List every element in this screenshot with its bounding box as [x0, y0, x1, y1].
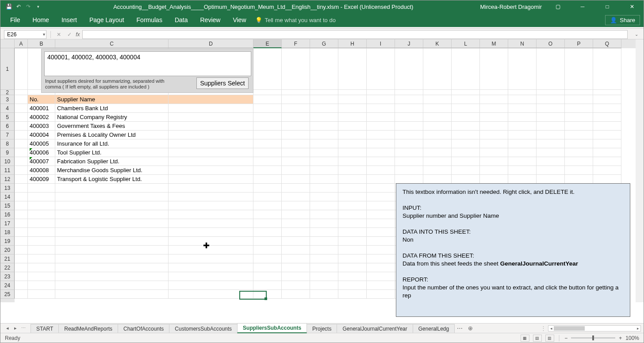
- sheet-tab-customerssubaccounts[interactable]: CustomersSubAccounts: [169, 324, 238, 333]
- zoom-out-icon[interactable]: −: [564, 335, 567, 341]
- row-header-19[interactable]: 19: [0, 237, 15, 246]
- save-icon[interactable]: 💾: [5, 3, 13, 11]
- row-header-24[interactable]: 24: [0, 281, 15, 290]
- page-break-view-icon[interactable]: ▥: [545, 335, 554, 342]
- tab-view[interactable]: View: [226, 13, 252, 27]
- share-icon: 👤: [610, 17, 617, 23]
- sheet-ellipsis[interactable]: ⋯: [454, 325, 465, 331]
- undo-icon[interactable]: ↶: [15, 3, 23, 11]
- column-header-L[interactable]: L: [452, 39, 480, 48]
- row-header-2[interactable]: 2: [0, 90, 15, 95]
- row-header-7[interactable]: 7: [0, 131, 15, 139]
- row-header-10[interactable]: 10: [0, 157, 15, 166]
- sheet-more-icon[interactable]: ⋯: [20, 325, 27, 331]
- column-header-O[interactable]: O: [537, 39, 565, 48]
- row-header-9[interactable]: 9: [0, 148, 15, 157]
- qat-customize-icon[interactable]: ▾: [34, 3, 42, 11]
- tab-file[interactable]: File: [4, 13, 27, 27]
- tab-insert[interactable]: Insert: [55, 13, 83, 27]
- page-layout-view-icon[interactable]: ▤: [533, 335, 542, 342]
- column-header-E[interactable]: E: [253, 39, 282, 48]
- tell-me-search[interactable]: 💡 Tell me what you want to do: [255, 17, 336, 23]
- row-header-18[interactable]: 18: [0, 228, 15, 237]
- info-textbox[interactable]: This textbox information isn't needed. R…: [396, 183, 630, 317]
- row-header-1[interactable]: 1: [0, 48, 15, 90]
- column-header-H[interactable]: H: [338, 39, 367, 48]
- name-box[interactable]: E26 ▾: [4, 30, 46, 39]
- sheet-tab-readmeandreports[interactable]: ReadMeAndReports: [58, 324, 118, 333]
- row-header-22[interactable]: 22: [0, 263, 15, 272]
- column-header-B[interactable]: B: [28, 39, 55, 48]
- column-header-I[interactable]: I: [367, 39, 395, 48]
- column-header-K[interactable]: K: [423, 39, 452, 48]
- column-header-P[interactable]: P: [565, 39, 593, 48]
- row-header-11[interactable]: 11: [0, 166, 15, 175]
- column-header-D[interactable]: D: [169, 39, 253, 48]
- row-header-5[interactable]: 5: [0, 113, 15, 122]
- user-name: Mircea-Robert Dragomir: [480, 4, 542, 10]
- tab-page-layout[interactable]: Page Layout: [83, 13, 130, 27]
- suppliers-input-panel: Input suppliers desired for summarizing,…: [41, 49, 253, 93]
- column-header-N[interactable]: N: [508, 39, 537, 48]
- row-header-13[interactable]: 13: [0, 184, 15, 193]
- suppliers-select-button[interactable]: Suppliers Select: [196, 77, 249, 89]
- tab-review[interactable]: Review: [194, 13, 227, 27]
- formula-input[interactable]: [82, 30, 628, 39]
- redo-icon[interactable]: ↷: [24, 3, 32, 11]
- sheet-nav: ◂ ▸ ⋯: [0, 325, 31, 331]
- minimize-icon[interactable]: ─: [574, 0, 591, 13]
- ribbon-options-icon[interactable]: ▢: [549, 0, 567, 13]
- zoom-level[interactable]: 100%: [625, 335, 639, 341]
- column-header-C[interactable]: C: [55, 39, 169, 48]
- zoom-slider[interactable]: [571, 337, 615, 339]
- chevron-down-icon[interactable]: ▾: [43, 32, 45, 37]
- new-sheet-icon[interactable]: ⊕: [465, 325, 475, 331]
- row-header-20[interactable]: 20: [0, 246, 15, 254]
- column-header-J[interactable]: J: [395, 39, 423, 48]
- row-header-12[interactable]: 12: [0, 175, 15, 184]
- sheet-tab-chartofaccounts[interactable]: ChartOfAccounts: [118, 324, 169, 333]
- column-header-F[interactable]: F: [282, 39, 310, 48]
- window-title: Accounting__Budget_Analysis____Optimum_N…: [46, 4, 480, 10]
- row-header-6[interactable]: 6: [0, 122, 15, 131]
- tab-home[interactable]: Home: [27, 13, 55, 27]
- sheet-tab-generalledg[interactable]: GeneralLedg: [413, 324, 455, 333]
- horizontal-scrollbar[interactable]: ◂ ▸: [548, 325, 641, 331]
- close-icon[interactable]: ✕: [623, 0, 641, 13]
- sheet-tab-generaljournalcurrentyear[interactable]: GeneralJournalCurrentYear: [337, 324, 413, 333]
- row-header-21[interactable]: 21: [0, 254, 15, 263]
- sheet-tab-projects[interactable]: Projects: [307, 324, 337, 333]
- column-headers: ABCDEFGHIJKLMNOPQ: [15, 39, 636, 48]
- fx-icon[interactable]: fx: [76, 31, 80, 38]
- select-all[interactable]: [0, 39, 15, 48]
- row-header-23[interactable]: 23: [0, 272, 15, 281]
- column-header-A[interactable]: A: [15, 39, 28, 48]
- normal-view-icon[interactable]: ▦: [521, 335, 529, 342]
- cell-cursor-icon: ✚: [203, 241, 210, 251]
- tab-formulas[interactable]: Formulas: [130, 13, 169, 27]
- row-header-14[interactable]: 14: [0, 193, 15, 201]
- row-header-4[interactable]: 4: [0, 104, 15, 113]
- row-header-16[interactable]: 16: [0, 210, 15, 219]
- zoom-in-icon[interactable]: +: [619, 335, 622, 341]
- sheet-tab-bar: ◂ ▸ ⋯ STARTReadMeAndReportsChartOfAccoun…: [0, 323, 644, 333]
- expand-formula-icon[interactable]: ⌄: [632, 32, 641, 37]
- sheet-tab-start[interactable]: START: [31, 324, 59, 333]
- sheet-prev-icon[interactable]: ▸: [12, 325, 19, 331]
- column-header-G[interactable]: G: [310, 39, 338, 48]
- column-header-M[interactable]: M: [480, 39, 508, 48]
- tab-data[interactable]: Data: [169, 13, 194, 27]
- column-header-Q[interactable]: Q: [593, 39, 621, 48]
- vertical-scrollbar[interactable]: [636, 39, 644, 302]
- suppliers-input[interactable]: [44, 51, 251, 76]
- sheet-tab-supplierssubaccounts[interactable]: SuppliersSubAccounts: [237, 323, 307, 333]
- sheet-first-icon[interactable]: ◂: [4, 325, 11, 331]
- row-header-3[interactable]: 3: [0, 95, 15, 104]
- row-header-25[interactable]: 25: [0, 290, 15, 299]
- share-button[interactable]: 👤 Share: [605, 15, 640, 25]
- row-header-15[interactable]: 15: [0, 201, 15, 210]
- row-header-17[interactable]: 17: [0, 219, 15, 228]
- status-bar: Ready ▦ ▤ ▥ │ − + 100%: [0, 333, 644, 343]
- row-header-8[interactable]: 8: [0, 139, 15, 148]
- maximize-icon[interactable]: □: [598, 0, 616, 13]
